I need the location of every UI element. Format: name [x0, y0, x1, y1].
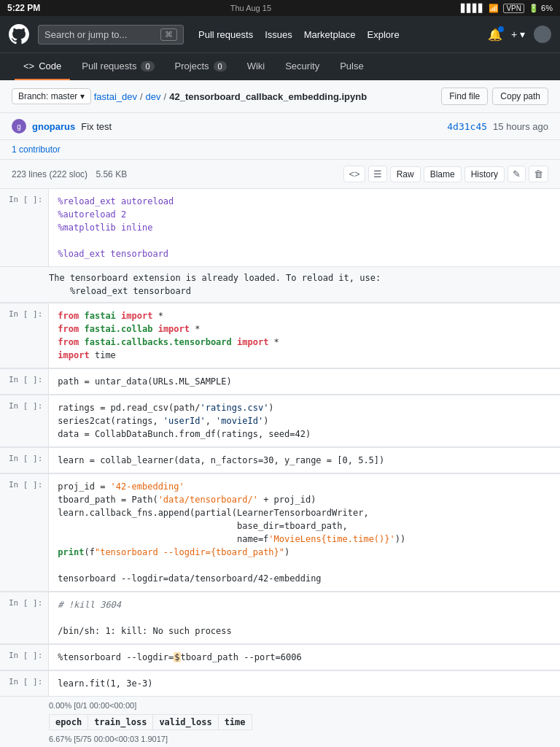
cell-7-label: In [ ]: — [0, 592, 49, 643]
cell-9: In [ ]: learn.fit(1, 3e-3) 0.00% [0/1 00… — [0, 670, 560, 747]
raw-icon[interactable]: ☰ — [368, 166, 387, 182]
breadcrumb-sep2: / — [164, 91, 167, 102]
breadcrumb-filename: 42_tensorboard_callback_embedding.ipynb — [169, 91, 367, 102]
copy-path-button[interactable]: Copy path — [492, 88, 548, 105]
cell-4-input: In [ ]: ratings = pd.read_csv(path/'rati… — [0, 395, 560, 446]
commit-time: 15 hours ago — [493, 121, 548, 132]
status-icons: ▋▋▋▋ 📶 VPN 🔋 6% — [461, 4, 553, 13]
status-bar: 5:22 PM Thu Aug 15 ▋▋▋▋ 📶 VPN 🔋 6% — [0, 0, 560, 16]
content-wrapper: Branch: master ▾ fastai_dev / dev / 42_t… — [0, 80, 560, 747]
cell-7-input: In [ ]: # !kill 3604 /bin/sh: 1: kill: N… — [0, 592, 560, 643]
tab-wiki-label: Wiki — [247, 61, 265, 71]
status-date: Thu Aug 15 — [230, 4, 271, 12]
history-button[interactable]: History — [464, 166, 505, 182]
signal-icon: ▋▋▋▋ — [461, 4, 484, 13]
contributor-count: 1 contributor — [12, 144, 61, 155]
plus-menu[interactable]: + ▾ — [511, 28, 525, 40]
commit-hash[interactable]: 4d31c45 — [447, 121, 487, 132]
cell-2: In [ ]: from fastai import * from fastai… — [0, 303, 560, 368]
output-table: epoch train_loss valid_loss time — [49, 714, 252, 730]
cell-1: In [ ]: %reload_ext autoreload %autorelo… — [0, 189, 560, 303]
cell-1-label: In [ ]: — [0, 189, 49, 266]
code-view-icon[interactable]: <> — [343, 166, 365, 182]
progress-text-2: 6.67% [5/75 00:00<00:03 1.9017] — [49, 735, 551, 743]
cell-1-code[interactable]: %reload_ext autoreload %autoreload 2 %ma… — [49, 189, 560, 266]
cell-9-input: In [ ]: learn.fit(1, 3e-3) — [0, 671, 560, 696]
contributor-bar[interactable]: 1 contributor — [0, 140, 560, 160]
sub-nav: <> Code Pull requests 0 Projects 0 Wiki … — [0, 53, 560, 80]
cell-9-code[interactable]: learn.fit(1, 3e-3) — [49, 671, 560, 696]
cell-8-code[interactable]: %tensorboard --logdir=$tboard_path --por… — [49, 645, 560, 670]
battery-icon: 🔋 6% — [529, 4, 553, 13]
cell-4: In [ ]: ratings = pd.read_csv(path/'rati… — [0, 395, 560, 447]
breadcrumb: Branch: master ▾ fastai_dev / dev / 42_t… — [12, 88, 367, 104]
branch-chevron: ▾ — [80, 91, 85, 101]
cell-4-label: In [ ]: — [0, 395, 49, 446]
nav-marketplace[interactable]: Marketplace — [304, 29, 356, 40]
col-time: time — [218, 715, 252, 730]
blame-button[interactable]: Blame — [424, 166, 462, 182]
author-avatar: g — [12, 119, 26, 133]
github-header: Search or jump to... ⌘ Pull requests Iss… — [0, 16, 560, 53]
cell-6-label: In [ ]: — [0, 474, 49, 591]
search-shortcut: ⌘ — [160, 28, 177, 41]
cell-3: In [ ]: path = untar_data(URLs.ML_SAMPLE… — [0, 368, 560, 395]
cell-7-code[interactable]: # !kill 3604 /bin/sh: 1: kill: No such p… — [49, 592, 560, 643]
tab-security-label: Security — [285, 61, 319, 71]
notebook: In [ ]: %reload_ext autoreload %autorelo… — [0, 189, 560, 747]
cell-2-code[interactable]: from fastai import * from fastai.collab … — [49, 303, 560, 368]
breadcrumb-repo[interactable]: fastai_dev — [94, 91, 137, 102]
projects-badge: 0 — [214, 61, 227, 71]
cell-4-code[interactable]: ratings = pd.read_csv(path/'ratings.csv'… — [49, 395, 560, 446]
cell-5-code[interactable]: learn = collab_learner(data, n_factors=3… — [49, 448, 560, 473]
code-icon: <> — [23, 61, 34, 71]
col-train-loss: train_loss — [88, 715, 153, 730]
cell-9-label: In [ ]: — [0, 671, 49, 696]
author-name[interactable]: gnoparus — [32, 121, 75, 132]
cell-3-input: In [ ]: path = untar_data(URLs.ML_SAMPLE… — [0, 369, 560, 394]
user-avatar[interactable] — [534, 26, 551, 43]
raw-button[interactable]: Raw — [390, 166, 421, 182]
branch-selector[interactable]: Branch: master ▾ — [12, 88, 91, 104]
file-info-bar: 223 lines (222 sloc) 5.56 KB <> ☰ Raw Bl… — [0, 160, 560, 189]
commit-message: Fix test — [81, 121, 112, 132]
tab-code[interactable]: <> Code — [15, 53, 70, 80]
cell-9-output: 0.00% [0/1 00:00<00:00] epoch train_loss… — [0, 696, 560, 747]
cell-3-code[interactable]: path = untar_data(URLs.ML_SAMPLE) — [49, 369, 560, 394]
edit-icon[interactable]: ✎ — [508, 166, 526, 182]
cell-5-input: In [ ]: learn = collab_learner(data, n_f… — [0, 448, 560, 473]
cell-5: In [ ]: learn = collab_learner(data, n_f… — [0, 447, 560, 473]
tab-security[interactable]: Security — [276, 53, 328, 80]
col-epoch: epoch — [50, 715, 88, 730]
find-file-button[interactable]: Find file — [441, 88, 488, 105]
breadcrumb-subdir[interactable]: dev — [146, 91, 161, 102]
progress-text-1: 0.00% [0/1 00:00<00:00] — [49, 701, 551, 710]
cell-7: In [ ]: # !kill 3604 /bin/sh: 1: kill: N… — [0, 592, 560, 644]
breadcrumb-bar: Branch: master ▾ fastai_dev / dev / 42_t… — [0, 80, 560, 113]
breadcrumb-actions: Find file Copy path — [441, 88, 548, 105]
cell-2-input: In [ ]: from fastai import * from fastai… — [0, 303, 560, 368]
branch-label: Branch: master — [18, 91, 77, 101]
file-actions: <> ☰ Raw Blame History ✎ 🗑 — [343, 166, 548, 182]
line-count: 223 lines — [12, 169, 47, 179]
cell-6-code[interactable]: proj_id = '42-embedding' tboard_path = P… — [49, 474, 560, 591]
tab-wiki[interactable]: Wiki — [238, 53, 274, 80]
breadcrumb-sep1: / — [140, 91, 143, 102]
nav-pull-requests[interactable]: Pull requests — [198, 29, 253, 40]
file-size: 5.56 KB — [96, 169, 127, 179]
github-logo — [9, 24, 29, 44]
delete-icon[interactable]: 🗑 — [529, 166, 548, 182]
tab-pull-requests[interactable]: Pull requests 0 — [73, 53, 163, 80]
cell-6-input: In [ ]: proj_id = '42-embedding' tboard_… — [0, 474, 560, 591]
commit-bar: g gnoparus Fix test 4d31c45 15 hours ago — [0, 113, 560, 140]
nav-issues[interactable]: Issues — [265, 29, 292, 40]
nav-explore[interactable]: Explore — [368, 29, 400, 40]
cell-6: In [ ]: proj_id = '42-embedding' tboard_… — [0, 473, 560, 592]
header-right: 🔔 + ▾ — [488, 26, 551, 43]
tab-pulse[interactable]: Pulse — [331, 53, 373, 80]
tab-projects-label: Projects — [175, 61, 209, 71]
search-box[interactable]: Search or jump to... ⌘ — [38, 25, 184, 44]
notification-icon[interactable]: 🔔 — [488, 28, 502, 42]
cell-1-input: In [ ]: %reload_ext autoreload %autorelo… — [0, 189, 560, 266]
tab-projects[interactable]: Projects 0 — [166, 53, 236, 80]
